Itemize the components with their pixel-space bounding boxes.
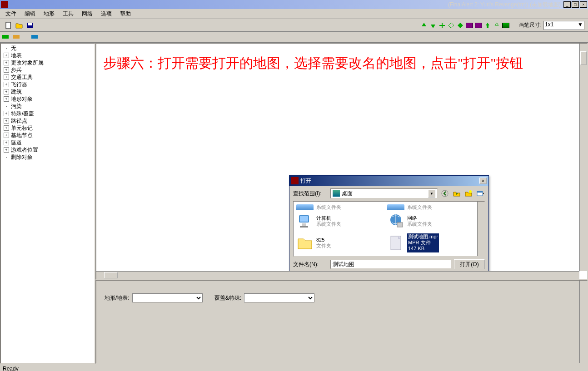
layer3-icon[interactable]: [31, 33, 39, 41]
color-purple2-icon[interactable]: [475, 23, 482, 28]
tree-item[interactable]: +地形对象: [2, 95, 94, 103]
close-button[interactable]: ×: [580, 1, 587, 8]
file-item[interactable]: 系统文件夹: [295, 203, 377, 210]
menu-help[interactable]: 帮助: [116, 9, 135, 19]
arrow-down-green-icon[interactable]: [429, 22, 437, 29]
tree-expander-icon[interactable]: +: [4, 140, 9, 145]
file-item[interactable]: 系统文件夹: [386, 203, 468, 210]
svg-rect-6: [31, 35, 38, 39]
window-title: (FinalAlert 2: Yuri's Revenge(tm)) (未加载地…: [10, 1, 563, 9]
file-item-label: 系统文件夹: [316, 204, 341, 210]
tree-item[interactable]: +游戏者位置: [2, 146, 94, 153]
main-toolbar: 画笔尺寸: 1x1 ▼: [0, 19, 588, 32]
tree-expander-icon[interactable]: +: [4, 147, 9, 153]
minimize-button[interactable]: _: [563, 1, 571, 8]
dialog-titlebar[interactable]: 打开 ×: [289, 176, 488, 186]
file-item[interactable]: 825文件夹: [295, 232, 377, 253]
menu-file[interactable]: 文件: [2, 9, 20, 19]
tree-item[interactable]: ·无: [2, 45, 94, 52]
arrow-up-out-icon[interactable]: [493, 22, 500, 29]
tree-item[interactable]: +建筑: [2, 88, 94, 95]
file-item[interactable]: 计算机系统文件夹: [295, 212, 377, 231]
svg-rect-14: [300, 226, 308, 228]
map-canvas[interactable]: 步骤六：打开需要打开的地图，选择需要改名的地图，点击"打开"按钮 打开 × 查找…: [95, 43, 588, 280]
tree-expander-icon[interactable]: +: [4, 53, 9, 58]
lookin-label: 查找范围(I):: [293, 190, 328, 198]
tree-item[interactable]: +步兵: [2, 66, 94, 74]
overlay-select[interactable]: [244, 293, 314, 302]
arrow-upg-icon[interactable]: [484, 22, 491, 29]
tree-item[interactable]: +地表: [2, 52, 94, 59]
tree-label: 基地节点: [11, 132, 33, 139]
tree-item[interactable]: ·删除对象: [2, 153, 94, 161]
file-type-icon: [296, 204, 314, 210]
save-file-icon[interactable]: [25, 21, 35, 30]
layer1-icon[interactable]: [2, 33, 10, 41]
canvas-scrollbar-horizontal[interactable]: [96, 271, 579, 279]
tree-expander-icon[interactable]: +: [4, 111, 9, 116]
file-item-label: 系统文件夹: [407, 204, 432, 210]
up-folder-icon[interactable]: [452, 189, 461, 198]
terrain-select[interactable]: [132, 293, 203, 302]
diamond-green-icon[interactable]: [457, 22, 464, 29]
dialog-close-button[interactable]: ×: [479, 178, 487, 184]
tree-expander-icon[interactable]: +: [4, 89, 9, 94]
maximize-button[interactable]: □: [572, 1, 579, 8]
new-folder-icon[interactable]: [464, 189, 473, 198]
bottom-scrollbar[interactable]: [579, 281, 587, 363]
tree-expander-icon[interactable]: +: [4, 118, 9, 124]
tree-item[interactable]: +基地节点: [2, 132, 94, 139]
open-file-icon[interactable]: [15, 21, 24, 30]
new-file-icon[interactable]: [4, 21, 13, 30]
tree-expander-icon[interactable]: +: [4, 125, 9, 131]
file-type-icon: [387, 204, 404, 210]
tree-item[interactable]: +隧道: [2, 139, 94, 146]
menu-options[interactable]: 选项: [97, 9, 115, 19]
color-green-icon[interactable]: [502, 23, 509, 28]
tree-item[interactable]: +飞行器: [2, 81, 94, 88]
filename-input[interactable]: 测试地图: [330, 260, 451, 269]
tree-item[interactable]: +特殊/覆盖: [2, 110, 94, 117]
file-item[interactable]: 网络系统文件夹: [386, 212, 468, 231]
tree-expander-icon[interactable]: +: [4, 133, 9, 138]
layer2-icon[interactable]: [13, 33, 21, 41]
cross-green-icon[interactable]: [439, 22, 446, 29]
file-list-scrollbar[interactable]: [477, 202, 484, 256]
tree-expander-icon[interactable]: +: [4, 60, 9, 65]
color-purple-icon[interactable]: [466, 23, 473, 28]
tree-item[interactable]: +更改对象所属: [2, 59, 94, 66]
tree-item[interactable]: +单元标记: [2, 124, 94, 132]
menubar: 文件 编辑 地形 工具 网络 选项 帮助: [0, 9, 588, 19]
bottom-panel: 地形/地表: 覆盖&特殊:: [95, 280, 588, 364]
menu-edit[interactable]: 编辑: [21, 9, 39, 19]
dropdown-arrow-icon[interactable]: ▼: [428, 189, 435, 198]
object-tree[interactable]: ·无+地表+更改对象所属+步兵+交通工具+飞行器+建筑+地形对象·污染+特殊/覆…: [0, 43, 95, 364]
canvas-scrollbar-vertical[interactable]: [579, 44, 587, 271]
tree-item[interactable]: +路径点: [2, 117, 94, 124]
file-item-label: 测试地图.mprMPR 文件147 KB: [407, 233, 439, 252]
brush-size-select[interactable]: 1x1 ▼: [543, 21, 584, 30]
tree-expander-icon[interactable]: +: [4, 96, 9, 102]
tree-expander-icon[interactable]: +: [4, 74, 9, 80]
tree-item[interactable]: ·污染: [2, 103, 94, 110]
tree-expander-icon[interactable]: +: [4, 82, 9, 87]
tree-expander-icon[interactable]: +: [4, 67, 9, 73]
diamond-outline-icon[interactable]: [448, 22, 455, 29]
back-icon[interactable]: [440, 189, 449, 198]
menu-terrain[interactable]: 地形: [40, 9, 58, 19]
view-menu-icon[interactable]: [476, 189, 485, 198]
overlay-label: 覆盖&特殊:: [214, 294, 241, 302]
arrow-up-green-icon[interactable]: [420, 22, 428, 29]
svg-rect-0: [6, 22, 10, 29]
file-type-icon: [387, 213, 404, 230]
menu-network[interactable]: 网络: [78, 9, 96, 19]
file-item[interactable]: 测试地图.mprMPR 文件147 KB: [386, 232, 468, 253]
lookin-dropdown[interactable]: 桌面 ▼: [330, 188, 438, 198]
file-type-icon: [296, 234, 314, 252]
menu-tools[interactable]: 工具: [59, 9, 77, 19]
tree-dash-icon: ·: [4, 103, 9, 109]
tree-label: 更改对象所属: [11, 59, 44, 67]
open-button[interactable]: 打开(O): [454, 259, 485, 269]
tree-item[interactable]: +交通工具: [2, 74, 94, 81]
file-list[interactable]: 系统文件夹系统文件夹计算机系统文件夹网络系统文件夹825文件夹测试地图.mprM…: [293, 201, 485, 257]
